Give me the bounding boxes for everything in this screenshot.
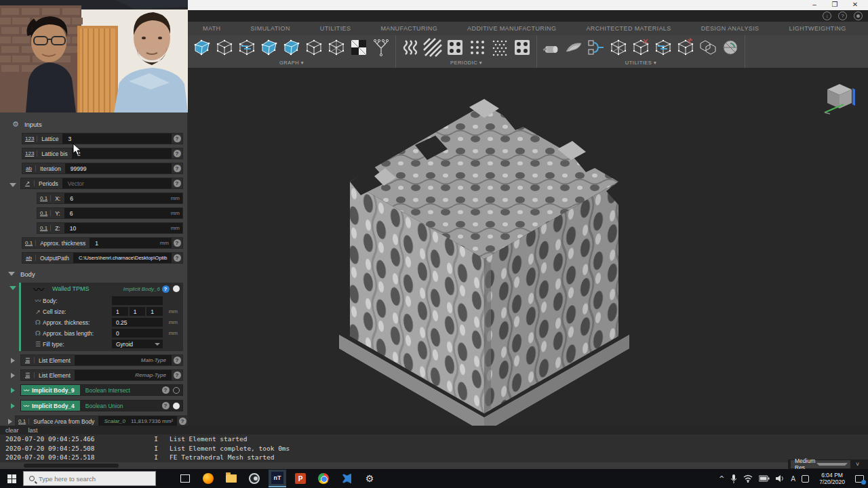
tab-utilities[interactable]: UTILITIES	[305, 25, 366, 32]
console-clear-button[interactable]: clear	[5, 427, 19, 434]
implicit-body-9-row[interactable]: 〰 Implicit Body_9 Boolean Intersect ?	[20, 384, 183, 396]
utilities-roller-icon[interactable]	[541, 37, 561, 58]
periodic-diagonal-icon[interactable]	[422, 37, 443, 58]
vscode-button[interactable]	[338, 470, 355, 487]
help-icon[interactable]: ?	[174, 150, 181, 157]
settings-button[interactable]: ⚙	[361, 470, 378, 487]
microphone-icon[interactable]	[730, 474, 737, 483]
firefox-button[interactable]	[199, 470, 217, 487]
utilities-sphere-icon[interactable]	[720, 37, 741, 58]
powerpoint-button[interactable]: P	[292, 470, 309, 487]
graph-checker-cube-icon[interactable]	[349, 37, 369, 58]
chevron-collapse-icon[interactable]: ˅	[856, 461, 859, 468]
tab-simulation[interactable]: SIMULATION	[235, 25, 304, 32]
utilities-double-cube-icon[interactable]	[698, 37, 718, 58]
graph-surface-cyan-icon[interactable]	[192, 37, 212, 58]
taskbar-search[interactable]	[23, 471, 156, 486]
search-input[interactable]	[39, 475, 140, 483]
resolution-dropdown[interactable]: Medium Res	[791, 460, 850, 468]
console-scrollbar[interactable]	[0, 462, 868, 469]
tab-lightweighting[interactable]: LIGHTWEIGHTING	[774, 25, 861, 32]
periodic-lattice-grid-icon[interactable]	[467, 37, 488, 58]
utilities-trim-icon[interactable]	[631, 37, 651, 58]
inputs-section-header[interactable]: ⚙ Inputs	[12, 117, 187, 131]
cell-size-z-input[interactable]: 1	[146, 307, 163, 316]
visibility-toggle[interactable]	[173, 285, 180, 292]
collapse-arrow-icon[interactable]	[9, 286, 16, 290]
view-orientation-cube[interactable]	[821, 80, 859, 118]
tab-topology-optimization[interactable]: TOPOLOGY OPTIMIZATION	[861, 25, 868, 32]
minimize-button[interactable]: –	[804, 0, 825, 10]
help-icon[interactable]: ?	[174, 180, 181, 187]
start-button[interactable]	[0, 469, 23, 488]
utilities-extract-icon[interactable]	[675, 37, 696, 58]
ntop-button[interactable]: nT	[269, 470, 286, 487]
wifi-icon[interactable]	[743, 474, 753, 483]
lattice-bis-input[interactable]: 2	[72, 148, 172, 159]
file-explorer-button[interactable]	[222, 470, 240, 487]
fill-type-dropdown[interactable]: Gyroid	[112, 340, 163, 348]
tab-additive-manufacturing[interactable]: ADDITIVE MANUFACTURING	[452, 25, 571, 32]
taskbar-clock[interactable]: 6:04 PM 7/20/2020	[815, 472, 849, 485]
tray-app-icon[interactable]	[802, 475, 809, 483]
tpms-thickness-input[interactable]: 0.25	[112, 318, 163, 327]
help-icon[interactable]: ?	[174, 357, 181, 364]
graph-cube-section-icon[interactable]	[237, 37, 257, 58]
implicit-body-4-row[interactable]: 〰 Implicit Body_4 Boolean Union ?	[20, 400, 183, 411]
graph-cube-diag-icon[interactable]	[326, 37, 347, 58]
restore-button[interactable]: ❐	[825, 0, 845, 10]
help-icon[interactable]: ?	[162, 386, 170, 394]
expand-arrow-icon[interactable]	[11, 388, 15, 393]
utilities-group-label[interactable]: UTILITIES ▾	[625, 60, 656, 68]
approx-thickness-input[interactable]: 1	[90, 238, 157, 248]
lattice-input[interactable]: 3	[62, 134, 172, 144]
scrollbar-thumb[interactable]	[24, 464, 119, 468]
utilities-section-blue-icon[interactable]	[653, 37, 673, 58]
help-icon[interactable]: ?	[174, 254, 181, 262]
cell-size-y-input[interactable]: 1	[130, 307, 146, 316]
cell-size-x-input[interactable]: 1	[112, 307, 128, 316]
periodic-schwarz-icon[interactable]	[445, 37, 465, 58]
tab-math[interactable]: MATH	[188, 25, 235, 32]
console-last-button[interactable]: last	[28, 427, 38, 434]
obs-button[interactable]	[245, 470, 263, 487]
help-icon[interactable]: ?	[174, 135, 181, 142]
help-icon[interactable]: ?	[174, 165, 181, 172]
help-icon[interactable]: ?	[162, 402, 170, 409]
tab-architected-materials[interactable]: ARCHITECTED MATERIALS	[571, 25, 686, 32]
list-element-1-row[interactable]: ☰ List Element Main-Type ?	[20, 354, 183, 366]
chrome-button[interactable]	[315, 470, 332, 487]
periodic-group-label[interactable]: PERIODIC ▾	[450, 60, 482, 68]
collapse-arrow-icon[interactable]	[8, 272, 15, 276]
output-path-input[interactable]: C:\Users\henri.charnace\Desktop\Optib	[73, 253, 172, 263]
language-indicator[interactable]: A	[791, 475, 795, 483]
tpms-body-input[interactable]	[112, 296, 163, 305]
periodic-dense-grid-icon[interactable]	[490, 37, 510, 58]
expand-arrow-icon[interactable]	[8, 419, 12, 424]
help-icon[interactable]: ?	[162, 285, 170, 293]
help-icon[interactable]: ?	[179, 418, 186, 425]
tpms-bias-input[interactable]: 0	[112, 329, 163, 338]
expand-arrow-icon[interactable]	[11, 403, 15, 409]
user-icon[interactable]: ☻	[854, 12, 863, 20]
utilities-shell-icon[interactable]	[564, 37, 584, 58]
iteration-input[interactable]: 99999	[65, 163, 172, 174]
help-icon[interactable]: ?	[174, 371, 181, 379]
utilities-cube-diagonals-icon[interactable]	[608, 37, 629, 58]
collapse-arrow-icon[interactable]	[9, 183, 16, 187]
periodic-gyroid-icon[interactable]	[400, 37, 420, 58]
graph-cube-edges-icon[interactable]	[304, 37, 324, 58]
help-icon[interactable]: ?	[838, 12, 847, 20]
x-input[interactable]: 6	[64, 193, 168, 203]
tray-chevron-up-icon[interactable]: ^	[719, 475, 724, 483]
graph-cube-plane-icon[interactable]	[259, 37, 279, 58]
download-icon[interactable]: ↓	[823, 12, 831, 20]
graph-patch-icon[interactable]	[281, 37, 302, 58]
periods-input[interactable]: Vector	[62, 178, 172, 188]
periodic-unit-cell-icon[interactable]	[512, 37, 532, 58]
graph-node-tree-icon[interactable]	[371, 37, 391, 58]
expand-arrow-icon[interactable]	[11, 358, 15, 363]
walled-tpms-block[interactable]: 〰 Walled TPMS Implicit Body_6 ? 〰 Body: …	[19, 283, 183, 351]
tab-design-analysis[interactable]: DESIGN ANALYSIS	[686, 25, 774, 32]
list-element-2-row[interactable]: ☰ List Element Remap-Type ?	[20, 369, 183, 381]
